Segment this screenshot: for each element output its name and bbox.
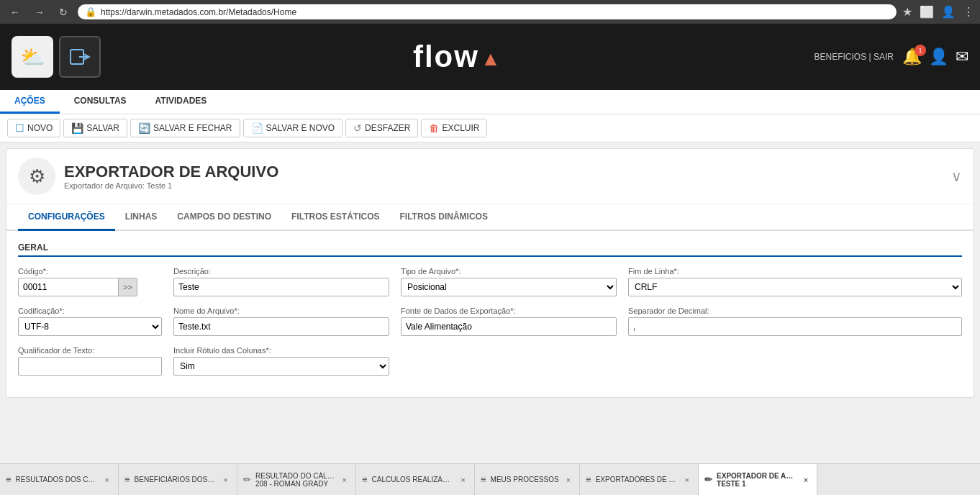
- tab-filtros-estaticos[interactable]: FILTROS ESTÁTICOS: [281, 204, 389, 231]
- form-group-codificacao: Codificação*: UTF-8 ISO-8859-1: [18, 306, 162, 336]
- form-row-1: Código*: >> Descrição: Tipo de Arquivo*:…: [18, 267, 962, 296]
- tipo-arquivo-label: Tipo de Arquivo*:: [401, 267, 617, 276]
- salvar-fechar-button[interactable]: 🔄 SALVAR E FECHAR: [130, 119, 240, 137]
- fim-linha-label: Fim de Linha*:: [628, 267, 962, 276]
- form-group-qualificador: Qualificador de Texto:: [18, 346, 162, 376]
- bookmark-icon[interactable]: ★: [902, 5, 912, 19]
- page-header: ⚙ EXPORTADOR DE ARQUIVO Exportador de Ar…: [6, 149, 974, 204]
- tab-filtros-dinamicos[interactable]: FILTROS DINÂMICOS: [389, 204, 497, 231]
- brand-text: flow: [413, 40, 479, 73]
- codificacao-select[interactable]: UTF-8 ISO-8859-1: [18, 317, 162, 336]
- header-links: BENEFICIOS | SAIR: [815, 52, 894, 62]
- browser-chrome: ← → ↻ 🔒 https://darwin.metadados.com.br/…: [0, 0, 980, 24]
- novo-icon: ☐: [15, 122, 24, 134]
- profile-icon[interactable]: 👤: [941, 5, 956, 19]
- novo-button[interactable]: ☐ NOVO: [7, 119, 60, 137]
- descricao-input[interactable]: [173, 278, 389, 296]
- page-tabs: CONFIGURAÇÕES LINHAS CAMPOS DO DESTINO F…: [6, 204, 974, 231]
- desfazer-button[interactable]: ↺ DESFAZER: [345, 119, 418, 137]
- nome-arquivo-input[interactable]: [173, 317, 389, 336]
- form-section: GERAL Código*: >> Descrição: Tipo de Arq…: [6, 231, 974, 397]
- tab-consultas[interactable]: CONSULTAS: [60, 90, 141, 114]
- salvar-icon: 💾: [71, 122, 83, 134]
- novo-label: NOVO: [27, 123, 53, 133]
- excluir-label: EXCLUIR: [442, 123, 479, 133]
- incluir-rotulo-label: Incluir Rótulo das Colunas*:: [173, 346, 389, 355]
- login-icon[interactable]: [59, 36, 101, 78]
- link-separator: |: [866, 52, 874, 62]
- form-group-nome-arquivo: Nome do Arquivo*:: [173, 306, 389, 336]
- message-icon[interactable]: ✉: [956, 47, 968, 66]
- header-left: ⛅: [12, 36, 101, 78]
- collapse-button[interactable]: ∨: [951, 168, 962, 185]
- toolbar-actions: ☐ NOVO 💾 SALVAR 🔄 SALVAR E FECHAR 📄 SALV…: [0, 114, 980, 142]
- notification-badge[interactable]: 🔔 1: [902, 47, 922, 66]
- tab-configuracoes[interactable]: CONFIGURAÇÕES: [18, 204, 115, 231]
- fim-linha-select[interactable]: CRLF LF CR: [628, 278, 962, 296]
- form-group-tipo-arquivo: Tipo de Arquivo*: Posicional Delimitado: [401, 267, 617, 296]
- codigo-expand-button[interactable]: >>: [119, 278, 137, 296]
- codificacao-label: Codificação*:: [18, 306, 162, 315]
- form-row-2: Codificação*: UTF-8 ISO-8859-1 Nome do A…: [18, 306, 962, 336]
- tab-atividades[interactable]: ATIVIDADES: [141, 90, 222, 114]
- notification-count: 1: [915, 45, 926, 56]
- brand-arrow-icon: ▲: [481, 47, 502, 70]
- header-icons: 🔔 1 👤 ✉: [902, 47, 968, 66]
- form-group-fim-linha: Fim de Linha*: CRLF LF CR: [628, 267, 962, 296]
- form-group-incluir-rotulo: Incluir Rótulo das Colunas*: Sim Não: [173, 346, 389, 376]
- header-right: BENEFICIOS | SAIR 🔔 1 👤 ✉: [815, 47, 969, 66]
- page-title: EXPORTADOR DE ARQUIVO: [64, 163, 278, 181]
- page-title-block: EXPORTADOR DE ARQUIVO Exportador de Arqu…: [64, 163, 278, 190]
- separador-input[interactable]: [628, 317, 962, 336]
- toolbar-tabs: AÇÕES CONSULTAS ATIVIDADES: [0, 90, 980, 114]
- tab-acoes[interactable]: AÇÕES: [0, 90, 60, 114]
- separador-label: Separador de Decimal:: [628, 306, 962, 315]
- page-subtitle: Exportador de Arquivo: Teste 1: [64, 181, 278, 190]
- logo-icon: ⛅: [12, 36, 53, 78]
- page-icon: ⚙: [18, 158, 55, 195]
- tab-campos-destino[interactable]: CAMPOS DO DESTINO: [167, 204, 281, 231]
- salvar-novo-icon: 📄: [251, 122, 263, 134]
- user-avatar-icon[interactable]: 👤: [929, 47, 948, 66]
- section-title: GERAL: [18, 242, 962, 257]
- salvar-button[interactable]: 💾 SALVAR: [63, 119, 127, 137]
- qualificador-label: Qualificador de Texto:: [18, 346, 162, 355]
- toolbar: AÇÕES CONSULTAS ATIVIDADES ☐ NOVO 💾 SALV…: [0, 90, 980, 142]
- codigo-label: Código*:: [18, 267, 162, 276]
- app-header: ⛅ flow▲ BENEFICIOS | SAIR 🔔 1 👤 ✉: [0, 24, 980, 90]
- salvar-novo-label: SALVAR E NOVO: [266, 123, 335, 133]
- fonte-dados-input[interactable]: [401, 317, 617, 336]
- form-row-3: Qualificador de Texto: Incluir Rótulo da…: [18, 346, 962, 376]
- salvar-label: SALVAR: [86, 123, 119, 133]
- tipo-arquivo-select[interactable]: Posicional Delimitado: [401, 278, 617, 296]
- desfazer-icon: ↺: [353, 122, 362, 134]
- salvar-fechar-label: SALVAR E FECHAR: [153, 123, 232, 133]
- codigo-input-group: >>: [18, 278, 162, 296]
- incluir-rotulo-select[interactable]: Sim Não: [173, 357, 389, 376]
- page-header-left: ⚙ EXPORTADOR DE ARQUIVO Exportador de Ar…: [18, 158, 278, 195]
- beneficios-link[interactable]: BENEFICIOS: [815, 52, 867, 62]
- menu-icon[interactable]: ⋮: [963, 5, 974, 19]
- form-group-separador: Separador de Decimal:: [628, 306, 962, 336]
- codigo-input[interactable]: [18, 278, 119, 296]
- refresh-button[interactable]: ↻: [55, 5, 72, 19]
- form-group-fonte-dados: Fonte de Dados de Exportação*:: [401, 306, 617, 336]
- nome-arquivo-label: Nome do Arquivo*:: [173, 306, 389, 315]
- qualificador-input[interactable]: [18, 357, 162, 376]
- descricao-label: Descrição:: [173, 267, 389, 276]
- sair-link[interactable]: SAIR: [874, 52, 894, 62]
- extensions-icon[interactable]: ⬜: [920, 5, 934, 19]
- salvar-novo-button[interactable]: 📄 SALVAR E NOVO: [243, 119, 343, 137]
- salvar-fechar-icon: 🔄: [138, 122, 150, 134]
- excluir-icon: 🗑: [429, 122, 439, 134]
- fonte-dados-label: Fonte de Dados de Exportação*:: [401, 306, 617, 315]
- form-group-codigo: Código*: >>: [18, 267, 162, 296]
- tab-linhas[interactable]: LINHAS: [115, 204, 168, 231]
- forward-button[interactable]: →: [30, 5, 49, 19]
- url-text: https://darwin.metadados.com.br/Metadado…: [101, 7, 296, 17]
- excluir-button[interactable]: 🗑 EXCLUIR: [421, 119, 487, 137]
- back-button[interactable]: ←: [6, 5, 24, 19]
- address-bar[interactable]: 🔒 https://darwin.metadados.com.br/Metada…: [78, 4, 897, 19]
- browser-actions: ★ ⬜ 👤 ⋮: [902, 5, 974, 19]
- form-group-descricao: Descrição:: [173, 267, 389, 296]
